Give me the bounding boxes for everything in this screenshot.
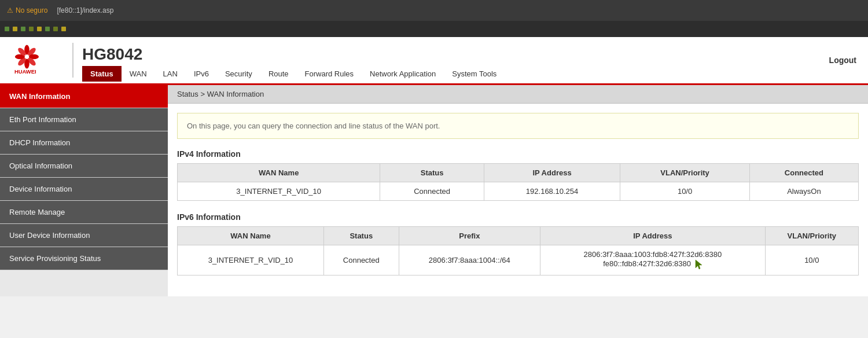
info-box: On this page, you can query the connecti… bbox=[177, 113, 859, 139]
toolbar-dot-7 bbox=[53, 27, 58, 31]
device-title: HG8042 bbox=[82, 39, 818, 66]
nav-security[interactable]: Security bbox=[217, 66, 260, 82]
nav-ipv6[interactable]: IPv6 bbox=[186, 66, 217, 82]
ipv4-vlan-priority: 10/0 bbox=[620, 182, 750, 201]
ipv4-wan-name: 3_INTERNET_R_VID_10 bbox=[178, 182, 380, 201]
main-layout: WAN Information Eth Port Information DHC… bbox=[0, 85, 868, 296]
ipv6-ip-address: 2806:3f7:8aaa:1003:fdb8:427f:32d6:8380 f… bbox=[540, 245, 765, 275]
ipv6-col-status: Status bbox=[324, 227, 399, 245]
ipv6-col-prefix: Prefix bbox=[399, 227, 540, 245]
logo-section: HUAWEI bbox=[0, 37, 64, 83]
nav-wan[interactable]: WAN bbox=[122, 66, 155, 82]
svg-marker-9 bbox=[696, 260, 702, 269]
ipv4-col-ip-address: IP Address bbox=[484, 164, 620, 182]
nav-system-tools[interactable]: System Tools bbox=[444, 66, 505, 82]
toolbar-dot-5 bbox=[37, 27, 42, 31]
sidebar-item-optical[interactable]: Optical Information bbox=[0, 155, 168, 178]
info-text: On this page, you can query the connecti… bbox=[187, 122, 440, 130]
browser-bar: ⚠ No seguro [fe80::1]/index.asp bbox=[0, 0, 868, 21]
nav-status[interactable]: Status bbox=[82, 66, 122, 82]
ipv4-section-title: IPv4 Information bbox=[177, 149, 859, 159]
ipv6-section-title: IPv6 Information bbox=[177, 212, 859, 222]
sidebar: WAN Information Eth Port Information DHC… bbox=[0, 85, 168, 296]
ipv4-col-connected: Connected bbox=[749, 164, 858, 182]
content-area: Status > WAN Information On this page, y… bbox=[168, 85, 868, 296]
breadcrumb: Status > WAN Information bbox=[168, 85, 868, 104]
ipv4-table: WAN Name Status IP Address VLAN/Priority… bbox=[177, 163, 859, 201]
ipv4-header-row: WAN Name Status IP Address VLAN/Priority… bbox=[178, 164, 859, 182]
toolbar-dot-6 bbox=[45, 27, 50, 31]
sidebar-item-service-provisioning[interactable]: Service Provisioning Status bbox=[0, 247, 168, 270]
browser-toolbar bbox=[0, 21, 868, 37]
toolbar-dot-2 bbox=[13, 27, 17, 31]
ipv6-wan-name: 3_INTERNET_R_VID_10 bbox=[178, 245, 324, 275]
ipv6-status: Connected bbox=[324, 245, 399, 275]
ipv6-prefix: 2806:3f7:8aaa:1004::/64 bbox=[399, 245, 540, 275]
ipv4-col-vlan-priority: VLAN/Priority bbox=[620, 164, 750, 182]
sidebar-item-eth-port[interactable]: Eth Port Information bbox=[0, 108, 168, 131]
ipv4-connected: AlwaysOn bbox=[749, 182, 858, 201]
content-body: On this page, you can query the connecti… bbox=[168, 104, 868, 296]
brand-divider bbox=[72, 43, 73, 78]
cursor-icon bbox=[694, 259, 703, 270]
toolbar-dot-1 bbox=[5, 27, 9, 31]
sidebar-item-remote-manage[interactable]: Remote Manage bbox=[0, 201, 168, 224]
nav-route[interactable]: Route bbox=[260, 66, 297, 82]
svg-text:HUAWEI: HUAWEI bbox=[14, 68, 36, 75]
ipv6-col-vlan-priority: VLAN/Priority bbox=[765, 227, 858, 245]
ipv6-ip-line2: fe80::fdb8:427f:32d6:8380 bbox=[603, 259, 691, 268]
ipv6-col-wan-name: WAN Name bbox=[178, 227, 324, 245]
toolbar-dot-8 bbox=[61, 27, 66, 31]
ipv6-data-row: 3_INTERNET_R_VID_10 Connected 2806:3f7:8… bbox=[178, 245, 859, 275]
ipv6-header-row: WAN Name Status Prefix IP Address VLAN/P… bbox=[178, 227, 859, 245]
ipv4-data-row: 3_INTERNET_R_VID_10 Connected 192.168.10… bbox=[178, 182, 859, 201]
url-bar: [fe80::1]/index.asp bbox=[57, 6, 113, 14]
ipv4-status: Connected bbox=[380, 182, 484, 201]
ipv6-ip-line1: 2806:3f7:8aaa:1003:fdb8:427f:32d6:8380 bbox=[584, 250, 722, 259]
toolbar-dot-4 bbox=[29, 27, 34, 31]
header: HUAWEI HG8042 Status WAN LAN IPv6 Securi… bbox=[0, 37, 868, 85]
nav-forward-rules[interactable]: Forward Rules bbox=[297, 66, 362, 82]
toolbar-dot-3 bbox=[21, 27, 25, 31]
page-container: HUAWEI HG8042 Status WAN LAN IPv6 Securi… bbox=[0, 37, 868, 338]
sidebar-item-device[interactable]: Device Information bbox=[0, 178, 168, 201]
ipv6-vlan-priority: 10/0 bbox=[765, 245, 858, 275]
logout-button[interactable]: Logout bbox=[818, 56, 868, 65]
sidebar-item-wan-information[interactable]: WAN Information bbox=[0, 85, 168, 108]
sidebar-item-dhcp[interactable]: DHCP Information bbox=[0, 131, 168, 155]
nav-lan[interactable]: LAN bbox=[155, 66, 186, 82]
ipv4-col-status: Status bbox=[380, 164, 484, 182]
huawei-logo: HUAWEI bbox=[12, 43, 52, 78]
sidebar-item-user-device[interactable]: User Device Information bbox=[0, 224, 168, 247]
ipv4-col-wan-name: WAN Name bbox=[178, 164, 380, 182]
security-warning: ⚠ No seguro bbox=[7, 6, 47, 14]
ipv4-ip-address: 192.168.10.254 bbox=[484, 182, 620, 201]
ipv6-col-ip-address: IP Address bbox=[540, 227, 765, 245]
ipv6-table: WAN Name Status Prefix IP Address VLAN/P… bbox=[177, 226, 859, 275]
nav-bar: Status WAN LAN IPv6 Security Route Forwa… bbox=[82, 66, 818, 82]
title-section: HG8042 Status WAN LAN IPv6 Security Rout… bbox=[82, 37, 818, 83]
nav-network-app[interactable]: Network Application bbox=[362, 66, 444, 82]
